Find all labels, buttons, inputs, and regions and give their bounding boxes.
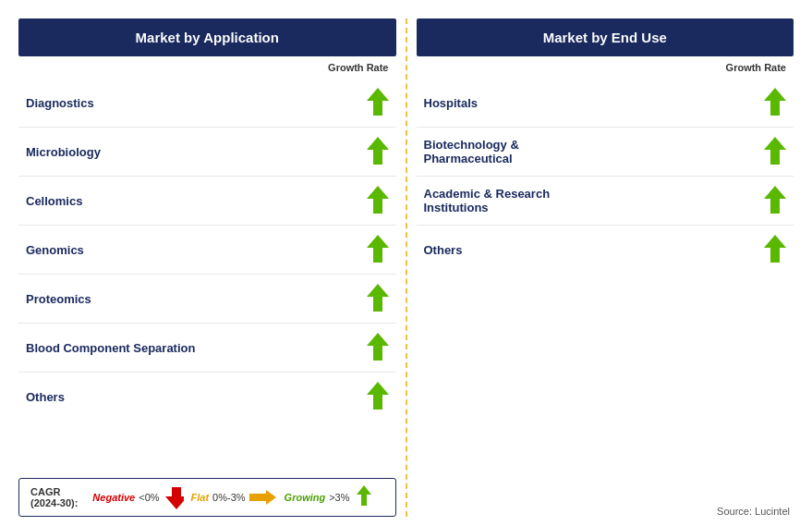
legend: CAGR (2024-30): Negative <0% Flat 0%-3% … (18, 478, 396, 517)
up-arrow-icon (762, 88, 788, 117)
source-text: Source: Lucintel (417, 502, 794, 517)
svg-marker-0 (367, 88, 389, 116)
right-list-item: Others (417, 226, 794, 274)
left-list-item: Blood Component Separation (18, 324, 396, 373)
item-label: Hospitals (424, 96, 761, 110)
legend-negative-item: Negative <0% (92, 485, 183, 509)
left-panel: Market by Application Growth Rate Diagno… (18, 18, 396, 517)
arrow-container (760, 235, 790, 264)
item-label: Blood Component Separation (26, 341, 363, 355)
svg-marker-12 (764, 186, 786, 214)
svg-marker-9 (357, 485, 371, 506)
legend-flat-label: Flat (191, 492, 210, 503)
item-label: Biotechnology & Pharmaceutical (424, 138, 761, 165)
up-arrow-icon (762, 235, 788, 264)
legend-negative-range: <0% (139, 492, 159, 503)
item-label: Others (424, 243, 761, 257)
arrow-container (363, 333, 393, 362)
legend-title-years: (2024-30): (30, 497, 78, 508)
left-list-item: Microbiology (18, 128, 396, 177)
growing-arrow-icon (354, 485, 374, 509)
up-arrow-icon (365, 333, 391, 362)
up-arrow-icon (762, 137, 788, 166)
item-label: Proteomics (26, 292, 363, 306)
legend-flat-item: Flat 0%-3% (191, 489, 277, 506)
negative-arrow-icon (164, 485, 184, 509)
arrow-container (363, 382, 393, 411)
right-list-item: Biotechnology & Pharmaceutical (417, 128, 794, 177)
right-list-item: Academic & Research Institutions (417, 177, 794, 226)
item-label: Microbiology (26, 145, 363, 159)
left-list-item: Genomics (18, 226, 396, 275)
up-arrow-icon (365, 235, 391, 264)
left-list-item: Others (18, 373, 396, 421)
legend-title-cagr: CAGR (30, 486, 78, 497)
item-label: Diagnostics (26, 96, 363, 110)
svg-marker-13 (764, 235, 786, 263)
section-divider (406, 18, 407, 517)
right-items-list: HospitalsBiotechnology & PharmaceuticalA… (417, 75, 794, 502)
right-bottom: Source: Lucintel (417, 502, 794, 517)
left-header: Market by Application (18, 18, 396, 56)
legend-negative-label: Negative (92, 492, 135, 503)
svg-marker-4 (367, 284, 389, 312)
arrow-container (363, 284, 393, 313)
flat-arrow-icon (249, 489, 277, 506)
left-list-item: Proteomics (18, 275, 396, 324)
item-label: Genomics (26, 243, 363, 257)
arrow-container (363, 186, 393, 215)
up-arrow-icon (365, 186, 391, 215)
svg-marker-6 (367, 382, 389, 410)
arrow-container (760, 88, 790, 117)
up-arrow-icon (365, 88, 391, 117)
right-panel: Market by End Use Growth Rate HospitalsB… (417, 18, 794, 517)
left-list-item: Diagnostics (18, 79, 396, 128)
legend-flat-range: 0%-3% (212, 492, 245, 503)
arrow-container (760, 186, 790, 215)
up-arrow-icon (365, 137, 391, 166)
svg-marker-10 (764, 88, 786, 116)
right-list-item: Hospitals (417, 79, 794, 128)
svg-marker-8 (249, 490, 276, 505)
up-arrow-icon (365, 382, 391, 411)
item-label: Academic & Research Institutions (424, 187, 761, 214)
left-list-item: Cellomics (18, 177, 396, 226)
legend-growing-range: >3% (329, 492, 349, 503)
left-items-list: DiagnosticsMicrobiologyCellomicsGenomics… (18, 75, 396, 472)
svg-marker-5 (367, 333, 389, 361)
arrow-container (363, 235, 393, 264)
legend-growing-item: Growing >3% (285, 485, 374, 509)
arrow-container (363, 137, 393, 166)
svg-marker-1 (367, 137, 389, 165)
item-label: Cellomics (26, 194, 363, 208)
svg-marker-7 (165, 487, 184, 509)
arrow-container (760, 137, 790, 166)
item-label: Others (26, 390, 363, 404)
svg-marker-3 (367, 235, 389, 263)
up-arrow-icon (762, 186, 788, 215)
legend-growing-label: Growing (285, 492, 326, 503)
arrow-container (363, 88, 393, 117)
svg-marker-11 (764, 137, 786, 165)
up-arrow-icon (365, 284, 391, 313)
svg-marker-2 (367, 186, 389, 214)
left-growth-rate-label: Growth Rate (18, 56, 396, 75)
right-header: Market by End Use (417, 18, 794, 56)
right-growth-rate-label: Growth Rate (417, 56, 794, 75)
